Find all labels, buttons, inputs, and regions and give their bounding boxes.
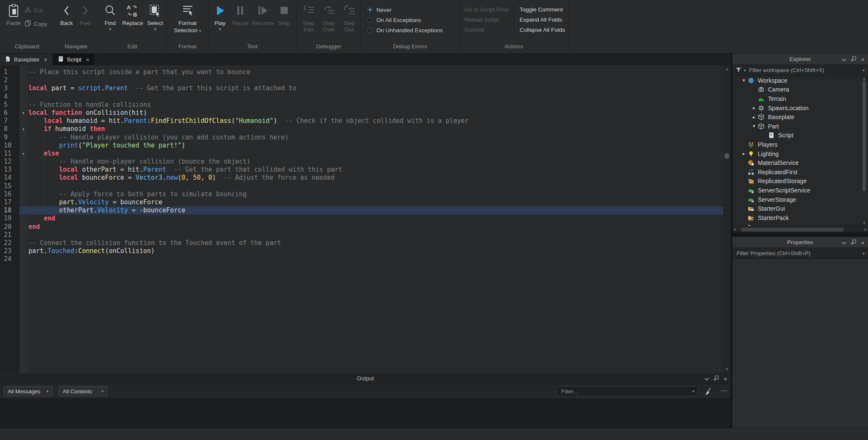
radio-icon[interactable] [367,17,373,23]
action-commit[interactable]: Commit [459,25,514,35]
code-line[interactable]: 8▾ if humanoid then [0,125,731,133]
radio-option-never[interactable]: Never [361,5,459,15]
expander-right-icon[interactable]: ▸ [750,105,758,111]
code-line[interactable]: 13 local otherPart = hit.Parent -- Get t… [0,166,731,174]
explorer-filter-input[interactable] [748,67,860,74]
format-selection-button[interactable]: Format Selection ▾ [169,2,207,33]
code-line[interactable]: 7 local humanoid = hit.Parent:FindFirstC… [0,117,731,125]
more-options-icon[interactable]: ··· [721,387,728,394]
scroll-right-icon[interactable]: ▸ [865,226,867,232]
replace-button[interactable]: AB Replace [120,2,145,26]
code-line[interactable]: 9 -- Handle player collision (you can ad… [0,134,731,142]
scrollbar-thumb[interactable] [741,228,843,231]
code-line[interactable]: 23part.Touched:Connect(onCollision) [0,247,731,255]
tree-item-startergui[interactable]: StarterGui [732,204,868,213]
message-type-dropdown[interactable]: All Messages ▾ [3,386,53,396]
close-icon[interactable]: × [44,56,47,63]
code-line[interactable]: 22-- Connect the collision function to t… [0,239,731,247]
scrollbar-thumb[interactable] [862,81,866,191]
action-expand-all-folds[interactable]: Expand All Folds [515,15,570,25]
play-button[interactable]: Play ▾ [210,2,230,31]
chevron-down-icon[interactable]: ▾ [692,389,694,393]
expander-down-icon[interactable]: ▾ [740,78,748,83]
properties-filter-input[interactable] [736,250,860,257]
explorer-horizontal-scrollbar[interactable]: ◂ ▸ [732,226,868,232]
fold-arrow-icon[interactable]: ▾ [19,109,27,117]
code-lines[interactable]: 1-- Place this script inside a part that… [0,68,731,264]
action-go-to-script-error[interactable]: Go to Script Error [459,5,514,15]
find-button[interactable]: Find ▾ [100,2,120,31]
code-line[interactable]: 21 [0,231,731,239]
stop-button[interactable]: Stop [275,2,293,26]
collapse-panel-icon[interactable] [842,239,846,246]
scroll-up-icon[interactable]: ▲ [723,66,731,72]
tree-item-terrain[interactable]: Terrain [732,94,868,103]
expander-right-icon[interactable]: ▸ [750,114,758,120]
tree-item-clipped[interactable] [732,223,868,226]
close-icon[interactable]: × [861,239,865,246]
resume-button[interactable]: Resume [251,2,275,26]
tree-item-players[interactable]: Players [732,140,868,149]
tree-item-workspace[interactable]: ▾Workspace [732,76,868,85]
paste-button[interactable]: Paste [3,2,25,26]
collapse-panel-icon[interactable] [842,56,846,63]
action-toggle-comment[interactable]: Toggle Comment [515,5,570,15]
copy-button[interactable]: Copy [25,20,47,28]
tree-item-replicatedfirst[interactable]: ReplicatedFirst [732,167,868,177]
find-dropdown-icon[interactable]: ▾ [109,27,111,31]
step-out-button[interactable]: StepOut [339,2,359,33]
close-icon[interactable]: × [723,376,727,382]
tree-item-camera[interactable]: Camera [732,85,868,95]
tree-item-replicatedstorage[interactable]: ReplicatedStorage [732,177,868,186]
collapse-panel-icon[interactable] [704,375,709,382]
back-button[interactable]: Back [57,2,76,26]
undock-panel-icon[interactable] [851,239,856,246]
step-into-button[interactable]: StepInto [298,2,319,33]
output-filter-input[interactable] [560,388,692,395]
fold-arrow-icon[interactable]: ▾ [19,125,27,133]
context-dropdown[interactable]: All Contexts ▾ [58,386,108,396]
code-line[interactable]: 3local part = script.Parent -- Get the p… [0,84,731,92]
tree-item-spawnlocation[interactable]: ▸SpawnLocation [732,103,868,113]
pause-button[interactable]: Pause [230,2,251,26]
tree-item-part[interactable]: ▾Part [732,122,868,131]
cut-button[interactable]: Cut [25,6,47,14]
radio-option-on-unhandled-exceptions[interactable]: On Unhandled Exceptions [361,25,459,35]
format-selection-dropdown-icon[interactable]: ▾ [199,29,201,33]
code-line[interactable]: 14 local bounceForce = Vector3.new(0, 50… [0,174,731,182]
undock-panel-icon[interactable] [851,56,856,63]
filter-mode-dropdown-icon[interactable]: ▾ [744,68,746,72]
chevron-down-icon[interactable]: ▾ [862,251,865,256]
code-line[interactable]: 4 [0,93,731,101]
code-line[interactable]: 10 print("Player touched the part!") [0,142,731,150]
tree-item-serverstorage[interactable]: ServerStorage [732,195,868,204]
tree-item-script[interactable]: Script [732,131,868,140]
code-line[interactable]: 18 otherPart.Velocity = -bounceForce [0,206,731,214]
tree-item-lighting[interactable]: ▸Lighting [732,149,868,159]
code-line[interactable]: 15 [0,182,731,190]
radio-icon[interactable] [367,28,373,33]
close-icon[interactable]: × [86,56,89,63]
select-button[interactable]: Select ▾ [145,2,165,31]
close-icon[interactable]: × [861,56,865,63]
select-dropdown-icon[interactable]: ▾ [154,27,156,31]
code-line[interactable]: 16 -- Apply force to both parts to simul… [0,190,731,198]
expander-right-icon[interactable]: ▸ [740,151,748,156]
radio-option-on-all-exceptions[interactable]: On All Exceptions [361,15,459,25]
action-collapse-all-folds[interactable]: Collapse All Folds [515,25,570,35]
editor-vertical-scrollbar[interactable]: ▲ ▼ [723,65,731,373]
code-line[interactable]: 2 [0,76,731,84]
output-content[interactable] [0,398,731,428]
tab-baseplate[interactable]: Baseplate × [0,54,52,65]
code-line[interactable]: 20end [0,223,731,231]
action-reload-script[interactable]: Reload Script [459,15,514,25]
scrollbar-thumb[interactable] [725,153,729,159]
script-editor[interactable]: 1-- Place this script inside a part that… [0,65,731,373]
fold-arrow-icon[interactable]: ▾ [19,150,27,158]
tab-script[interactable]: Script × [53,54,94,65]
tree-item-starterpack[interactable]: StarterPack [732,213,868,223]
tree-item-serverscriptservice[interactable]: ServerScriptService [732,186,868,195]
scroll-down-icon[interactable]: ▼ [861,220,867,226]
code-line[interactable]: 6▾local function onCollision(hit) [0,109,731,117]
tree-item-baseplate[interactable]: ▸Baseplate [732,112,868,122]
